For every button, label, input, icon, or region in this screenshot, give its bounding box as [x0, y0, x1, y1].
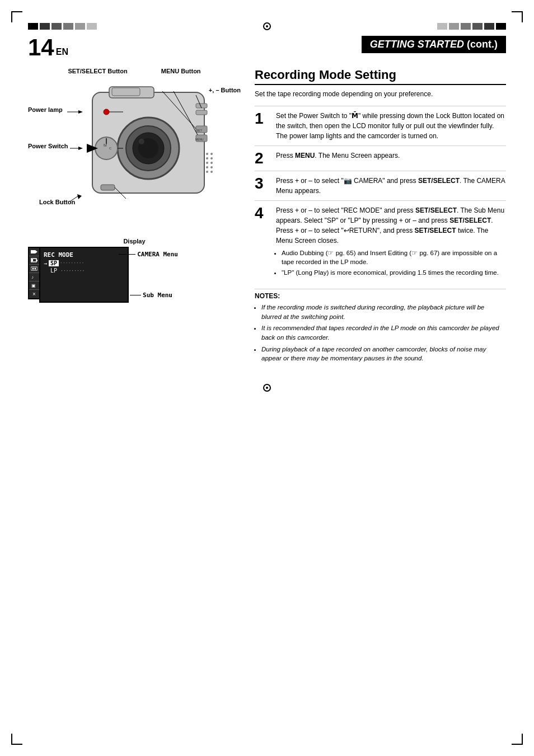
corner-mark-tr	[512, 11, 523, 22]
step-1-content: Set the Power Switch to "M̄" while press…	[276, 111, 506, 141]
steps-container: 1 Set the Power Switch to "M̄" while pre…	[255, 106, 506, 283]
step2-menu-bold: MENU	[295, 152, 315, 159]
svg-rect-46	[36, 260, 38, 261]
svg-point-6	[139, 139, 144, 144]
left-column: SET/SELECT Button MENU Button Power lamp…	[28, 68, 241, 365]
svg-text:SET: SET	[196, 129, 202, 132]
step4-set1-bold: SET/SELECT	[415, 206, 457, 214]
svg-rect-7	[112, 88, 140, 96]
registration-bar-top	[28, 22, 506, 30]
step4-bullet-1: Audio Dubbing (☞ pg. 65) and Insert Edit…	[282, 248, 506, 266]
step1-m-icon: M̄	[352, 112, 358, 120]
svg-point-31	[210, 166, 213, 168]
camera-diagram-block: SET/SELECT Button MENU Button Power lamp…	[28, 68, 241, 303]
screen-lp-line: LP ·········	[50, 267, 124, 274]
svg-marker-38	[78, 110, 83, 114]
d-icon-1	[29, 248, 39, 256]
d-icon-5: ▣	[29, 281, 39, 290]
step-4-bullets: Audio Dubbing (☞ pg. 65) and Insert Edit…	[276, 248, 506, 277]
step-2: 2 Press MENU. The Menu Screen appears.	[255, 145, 506, 171]
note-2: It is recommended that tapes recorded in…	[261, 323, 506, 342]
reg-blocks-right	[437, 23, 506, 30]
svg-point-25	[206, 162, 208, 164]
notes-section: NOTES: If the recording mode is switched…	[255, 289, 506, 363]
svg-point-32	[210, 171, 213, 173]
step-3: 3 Press + or – to select "📷 CAMERA" and …	[255, 171, 506, 200]
display-label: Display	[28, 238, 241, 245]
page-header: 14 EN GETTING STARTED (cont.)	[28, 36, 506, 59]
section-intro: Set the tape recording mode depending on…	[255, 90, 506, 99]
d-icon-2	[29, 256, 39, 265]
svg-point-50	[35, 268, 36, 270]
camera-menu-callout: CAMERA Menu	[119, 251, 178, 258]
d-icon-x: ×	[29, 290, 39, 298]
page-suffix: EN	[56, 47, 68, 57]
step3-set-bold: SET/SELECT	[418, 177, 460, 185]
svg-point-28	[210, 153, 213, 155]
svg-point-26	[206, 166, 208, 168]
step3-camera-icon: 📷	[344, 177, 352, 185]
svg-marker-44	[35, 250, 38, 253]
svg-point-29	[210, 157, 213, 159]
screen-rec-mode-text: REC MODE	[44, 251, 124, 259]
registration-circle	[263, 22, 271, 30]
set-select-label: SET/SELECT Button	[68, 68, 127, 74]
step-1-number: 1	[255, 111, 271, 126]
svg-line-41	[70, 196, 78, 201]
svg-rect-43	[31, 250, 35, 253]
svg-text:♪: ♪	[31, 275, 34, 280]
camera-svg: M C SET MENU	[76, 76, 221, 221]
section-title: Recording Mode Setting	[255, 68, 506, 85]
step-2-number: 2	[255, 151, 271, 166]
display-inner: ♪ ▣ × REC MODE	[28, 247, 241, 303]
menu-button-label: MENU Button	[161, 68, 201, 74]
content-columns: SET/SELECT Button MENU Button Power lamp…	[28, 68, 506, 365]
display-section: Display	[28, 238, 241, 303]
step-3-content: Press + or – to select "📷 CAMERA" and pr…	[276, 176, 506, 196]
step-3-number: 3	[255, 176, 271, 191]
notes-list: If the recording mode is switched during…	[255, 303, 506, 363]
screen-sp-line: → SP ·········	[44, 260, 124, 266]
camera-illustration: Power lamp Power Switch Lock Button +, –…	[28, 76, 241, 227]
reg-blocks-left	[28, 23, 97, 30]
step-4-content: Press + or – to select "REC MODE" and pr…	[276, 205, 506, 279]
svg-rect-14	[101, 185, 115, 190]
sub-menu-callout: Sub Menu	[130, 292, 172, 299]
svg-rect-16	[196, 110, 207, 115]
svg-point-8	[104, 109, 109, 115]
right-column: Recording Mode Setting Set the tape reco…	[255, 68, 506, 365]
notes-title: NOTES:	[255, 292, 506, 300]
svg-marker-42	[77, 194, 82, 199]
corner-mark-tl	[11, 11, 22, 22]
page-number: 14	[28, 36, 54, 59]
d-icon-3	[29, 265, 39, 273]
corner-mark-br	[512, 734, 523, 745]
svg-text:C: C	[109, 147, 112, 150]
svg-point-27	[206, 171, 208, 173]
svg-text:▣: ▣	[31, 283, 36, 288]
display-main-screen: REC MODE → SP ········· LP ·········	[39, 247, 129, 303]
svg-point-30	[210, 162, 213, 164]
display-side-icons: ♪ ▣ ×	[28, 247, 39, 299]
svg-text:MENU: MENU	[195, 138, 204, 141]
svg-point-24	[206, 157, 208, 159]
corner-mark-bl	[11, 734, 22, 745]
svg-rect-47	[31, 259, 33, 261]
step-4: 4 Press + or – to select "REC MODE" and …	[255, 200, 506, 283]
svg-text:M: M	[104, 143, 107, 147]
step4-set3-bold: SET/SELECT	[415, 227, 456, 234]
step-1: 1 Set the Power Switch to "M̄" while pre…	[255, 106, 506, 145]
top-labels: SET/SELECT Button MENU Button	[28, 68, 241, 74]
d-icon-4: ♪	[29, 273, 39, 281]
svg-point-23	[206, 153, 208, 155]
bottom-registration	[28, 382, 506, 392]
note-1: If the recording mode is switched during…	[261, 303, 506, 321]
svg-point-49	[32, 268, 34, 270]
step4-bullet-2: "LP" (Long Play) is more economical, pro…	[282, 268, 506, 277]
svg-rect-48	[31, 267, 38, 270]
step-4-number: 4	[255, 205, 271, 221]
chapter-banner: GETTING STARTED (cont.)	[68, 36, 506, 53]
note-3: During playback of a tape recorded on an…	[261, 345, 506, 363]
screen-sp-text: SP	[49, 260, 59, 266]
getting-started-title: GETTING STARTED (cont.)	[362, 36, 506, 53]
